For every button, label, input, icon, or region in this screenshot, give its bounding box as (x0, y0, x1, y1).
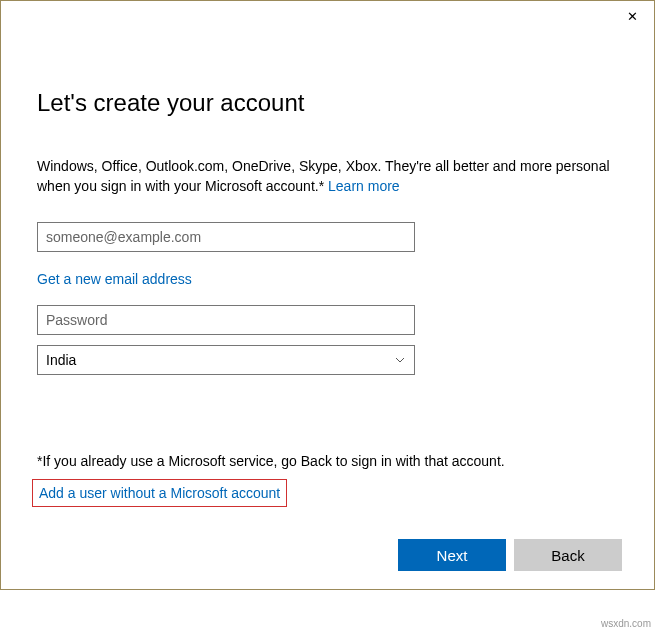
new-email-link[interactable]: Get a new email address (37, 271, 192, 287)
add-user-without-ms-link[interactable]: Add a user without a Microsoft account (39, 485, 280, 501)
watermark: wsxdn.com (601, 618, 651, 629)
create-account-dialog: ✕ Let's create your account Windows, Off… (0, 0, 655, 590)
description: Windows, Office, Outlook.com, OneDrive, … (37, 157, 618, 196)
next-button[interactable]: Next (398, 539, 506, 571)
page-title: Let's create your account (37, 89, 618, 117)
email-field[interactable] (37, 222, 415, 252)
close-icon: ✕ (627, 9, 638, 24)
dialog-content: Let's create your account Windows, Offic… (1, 1, 654, 375)
chevron-down-icon (394, 354, 406, 366)
description-text: Windows, Office, Outlook.com, OneDrive, … (37, 158, 610, 194)
country-select[interactable]: India (37, 345, 415, 375)
learn-more-link[interactable]: Learn more (328, 178, 400, 194)
highlighted-link-box: Add a user without a Microsoft account (32, 479, 287, 507)
country-selected-value: India (46, 352, 76, 368)
button-row: Next Back (398, 539, 622, 571)
password-field[interactable] (37, 305, 415, 335)
footnote-text: *If you already use a Microsoft service,… (37, 453, 505, 469)
close-button[interactable]: ✕ (622, 7, 642, 27)
back-button[interactable]: Back (514, 539, 622, 571)
